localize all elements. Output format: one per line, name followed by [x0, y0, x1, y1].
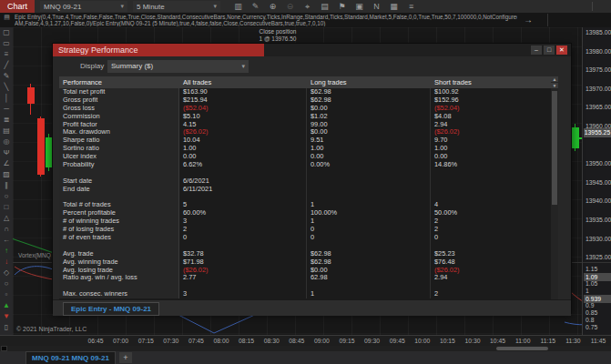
parallel-lines-icon[interactable]: ∥: [0, 180, 13, 191]
minimize-icon[interactable]: –: [531, 46, 542, 55]
zoom-in-icon[interactable]: ⊕: [264, 0, 281, 13]
table-row[interactable]: Gross loss($52.04)$0.00($52.04): [59, 105, 551, 113]
close-icon[interactable]: ✕: [556, 46, 567, 55]
column-header[interactable]: Performance: [59, 76, 179, 88]
interval-selector[interactable]: 5 Minute ▾: [133, 1, 220, 12]
fib-circle-icon[interactable]: ◎: [0, 136, 13, 147]
chart-instrument-tab[interactable]: MNQ 09-21 MNQ 09-21: [25, 351, 116, 364]
chart-style-icon[interactable]: ▥: [229, 0, 247, 13]
table-row[interactable]: Avg. losing trade($26.02)$0.00($26.02): [59, 267, 551, 275]
table-row[interactable]: Commission$5.10$1.02$4.08: [59, 113, 551, 121]
row-value: 9.70: [431, 136, 551, 145]
instrument-selector[interactable]: MNQ 09-21 ▾: [40, 1, 127, 12]
trash-icon[interactable]: ▯: [0, 322, 13, 333]
add-tab-button[interactable]: +: [119, 352, 132, 363]
horizontal-line-icon[interactable]: ─: [0, 104, 13, 115]
column-header[interactable]: Long trades: [307, 76, 431, 88]
draw-icon[interactable]: ✎: [247, 0, 264, 13]
row-value: $1.02: [307, 113, 431, 121]
trend-channel-icon[interactable]: ∠: [0, 158, 13, 169]
dot-marker-icon[interactable]: ○: [0, 278, 13, 289]
table-row[interactable]: # of winning trades312: [59, 217, 551, 226]
table-row[interactable]: Sortino ratio1.001.001.00: [59, 145, 551, 153]
row-value: 50.00%: [431, 209, 551, 217]
alerts-icon[interactable]: ⚑: [333, 0, 351, 13]
table-row[interactable]: Avg. trade$32.78$62.98$25.23: [59, 250, 551, 258]
scrollbar-thumb[interactable]: [496, 347, 548, 350]
time-axis-label: 07:30: [163, 338, 178, 344]
price-axis[interactable]: 13955.25 13985.0013980.0013975.0013970.0…: [582, 27, 611, 335]
select-tool-icon[interactable]: ▢: [0, 27, 13, 38]
table-row[interactable]: Sharpe ratio10.049.519.70: [59, 136, 551, 145]
arrow-down-marker-icon[interactable]: ↓: [0, 257, 13, 268]
pitchfork-icon[interactable]: Ψ: [0, 147, 13, 158]
snapshot-icon[interactable]: ▣: [351, 0, 368, 13]
triangle-shape-icon[interactable]: △: [0, 213, 13, 224]
table-row[interactable]: Ulcer index0.000.000.00: [59, 153, 551, 161]
column-header[interactable]: Short trades: [431, 76, 551, 88]
dialog-title-bar[interactable]: Strategy Performance –□✕: [53, 44, 571, 56]
table-row[interactable]: Probability6.62%0.00%14.86%: [59, 161, 551, 169]
arrow-up-marker-icon[interactable]: ↑: [0, 246, 13, 257]
table-row[interactable]: Total net profit$163.90$62.98$100.92: [59, 88, 551, 96]
data-series-icon[interactable]: ▤: [316, 0, 333, 13]
properties-icon[interactable]: ≡: [402, 0, 420, 13]
arrow-marker-icon[interactable]: ←: [0, 235, 13, 246]
table-row[interactable]: Percent profitable60.00%100.00%50.00%: [59, 209, 551, 217]
table-row[interactable]: # of losing trades202: [59, 226, 551, 234]
ellipse-tool-icon[interactable]: ○: [0, 191, 13, 202]
table-row[interactable]: [59, 242, 551, 250]
scrollbar-thumb[interactable]: [552, 91, 557, 205]
row-value: [179, 282, 307, 290]
table-row[interactable]: # of even trades000: [59, 234, 551, 242]
draw-pencil-icon[interactable]: ✎: [0, 71, 13, 82]
row-value: $25.23: [431, 250, 551, 258]
table-row[interactable]: Max. consec. winners312: [59, 290, 551, 298]
chart-trader-icon[interactable]: ▦: [385, 0, 402, 13]
table-row[interactable]: Gross profit$215.94$62.98$152.96: [59, 96, 551, 105]
row-value: 6.62%: [179, 161, 307, 169]
rectangle-shape-icon[interactable]: □: [0, 202, 13, 213]
row-value: 6/6/2021: [179, 177, 307, 186]
table-row[interactable]: Start date6/6/2021: [59, 177, 551, 186]
crosshair-icon[interactable]: ⌖: [299, 0, 316, 13]
vertical-line-icon[interactable]: │: [0, 93, 13, 104]
row-value: 0: [307, 226, 431, 234]
table-row[interactable]: [59, 169, 551, 177]
regression-channel-icon[interactable]: ▨: [0, 169, 13, 180]
ray-line-icon[interactable]: ╲: [0, 82, 13, 93]
region-tool-icon[interactable]: ▭: [0, 38, 13, 49]
table-row[interactable]: [59, 194, 551, 202]
vertical-scrollbar[interactable]: ▲ ▼: [551, 76, 558, 299]
chart-window-tab[interactable]: Chart: [0, 0, 35, 13]
arrow-right-icon[interactable]: →: [521, 14, 535, 26]
table-row[interactable]: Total # of trades514: [59, 201, 551, 209]
strategy-result-tab[interactable]: Epic Entry - MNQ 09-21: [63, 302, 159, 316]
fib-retracement-icon[interactable]: ≣: [0, 115, 13, 126]
column-header[interactable]: All trades: [179, 76, 307, 88]
scroll-down-icon[interactable]: ▼: [551, 83, 558, 88]
diamond-marker-icon[interactable]: ◇: [0, 268, 13, 278]
square-marker-icon[interactable]: ▫: [0, 289, 13, 300]
fib-extension-icon[interactable]: ▤: [0, 126, 13, 136]
triangle-up-marker-icon[interactable]: ▲: [0, 300, 13, 311]
table-row[interactable]: Ratio avg. win / avg. loss2.7762.982.94: [59, 274, 551, 282]
row-value: [307, 242, 431, 250]
table-row[interactable]: End date6/11/2021: [59, 186, 551, 194]
trend-line-icon[interactable]: ╱: [0, 60, 13, 71]
triangle-down-marker-icon[interactable]: ▼: [0, 311, 13, 322]
price-axis-label: 13940.00: [586, 197, 611, 205]
table-row[interactable]: [59, 282, 551, 290]
row-value: $100.92: [431, 88, 551, 96]
table-row[interactable]: Avg. winning trade$71.98$62.98$76.48: [59, 258, 551, 267]
scroll-up-icon[interactable]: ▲: [551, 76, 558, 82]
display-dropdown[interactable]: Summary ($) ▾: [107, 60, 249, 73]
zoom-out-icon[interactable]: ⊖: [281, 0, 299, 13]
table-row[interactable]: Profit factor4.1599.002.94: [59, 121, 551, 129]
table-row[interactable]: Max. drawdown($26.02)$0.00($26.02): [59, 128, 551, 136]
maximize-icon[interactable]: □: [544, 46, 555, 55]
ruler-tool-icon[interactable]: ≡: [0, 49, 13, 60]
top-toolbar: Chart MNQ 09-21 ▾ 5 Minute ▾ ▥✎⊕⊖⌖▤⚑▣N▦≡: [0, 0, 611, 14]
indicators-icon[interactable]: N: [368, 0, 385, 13]
arc-tool-icon[interactable]: ∩: [0, 224, 13, 235]
